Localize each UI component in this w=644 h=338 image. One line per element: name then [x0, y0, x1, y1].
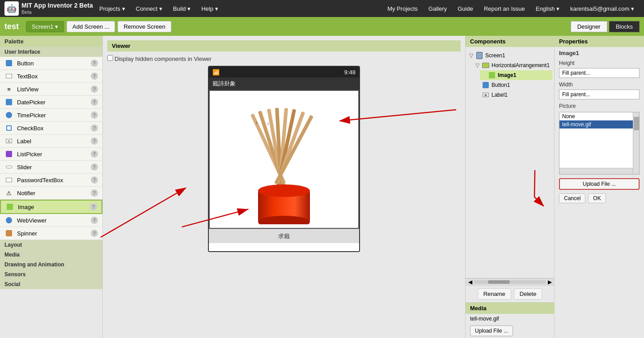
- label1-label: Label1: [491, 92, 508, 98]
- picture-scrollthumb-v[interactable]: [634, 117, 639, 130]
- palette-item-notifier-label: Notifier: [17, 190, 91, 197]
- height-label: Height: [555, 59, 644, 67]
- nav-build[interactable]: Build ▾: [168, 0, 196, 17]
- spinner-help[interactable]: ?: [91, 230, 98, 237]
- listview-icon: ≡: [4, 85, 13, 94]
- remove-screen-button[interactable]: Remove Screen: [118, 21, 171, 32]
- logo-text: MIT App Inventor 2 Beta Beta: [21, 2, 93, 15]
- datepicker-help[interactable]: ?: [91, 98, 98, 106]
- comp-item-image1[interactable]: Image1: [480, 70, 552, 80]
- height-input[interactable]: [559, 68, 640, 78]
- image1-icon: [488, 71, 496, 79]
- picture-listbox[interactable]: None tell-move.gif: [559, 112, 640, 175]
- slider-help[interactable]: ?: [91, 163, 98, 171]
- button1-label: Button1: [491, 82, 510, 88]
- nav-user[interactable]: karentsai5@gmail.com ▾: [565, 0, 640, 17]
- palette-item-textbox-label: TextBox: [17, 73, 91, 80]
- add-screen-button[interactable]: Add Screen ...: [67, 21, 115, 32]
- comp-item-label1[interactable]: A Label1: [474, 90, 552, 100]
- checkbox-help[interactable]: ?: [91, 124, 98, 132]
- section-layout[interactable]: Layout: [0, 240, 102, 250]
- delete-button[interactable]: Delete: [514, 288, 542, 299]
- palette-item-webviewer[interactable]: WebViewer ?: [0, 214, 102, 227]
- section-sensors[interactable]: Sensors: [0, 270, 102, 279]
- properties-panel: Properties Image1 Height Width Picture N…: [555, 36, 644, 338]
- blocks-button[interactable]: Blocks: [609, 21, 640, 32]
- palette-item-webviewer-label: WebViewer: [17, 217, 91, 224]
- passwordtextbox-help[interactable]: ?: [91, 176, 98, 184]
- palette-item-image[interactable]: Image ?: [0, 200, 102, 214]
- nav-report-issue[interactable]: Report an Issue: [479, 0, 530, 17]
- nav-connect[interactable]: Connect ▾: [131, 0, 168, 17]
- phone-content: 求籤: [209, 90, 359, 251]
- nav-help[interactable]: Help ▾: [196, 0, 223, 17]
- picture-scrollbar-v[interactable]: [633, 112, 639, 174]
- palette-item-textbox[interactable]: TextBox ?: [0, 70, 102, 83]
- section-drawing-animation[interactable]: Drawing and Animation: [0, 260, 102, 270]
- palette-item-datepicker[interactable]: DatePicker ?: [0, 96, 102, 109]
- image-help[interactable]: ?: [90, 203, 97, 210]
- palette-item-listview[interactable]: ≡ ListView ?: [0, 83, 102, 96]
- palette-item-label-label: Label: [17, 138, 91, 145]
- textbox-help[interactable]: ?: [91, 73, 98, 80]
- width-input[interactable]: [559, 90, 640, 99]
- label-help[interactable]: ?: [91, 137, 98, 145]
- listpicker-help[interactable]: ?: [91, 150, 98, 158]
- media-upload-button[interactable]: Upload File ...: [470, 325, 513, 336]
- picture-option-tellmovegif[interactable]: tell-move.gif: [559, 120, 639, 128]
- palette-item-slider[interactable]: Slider ?: [0, 161, 102, 174]
- palette-item-button[interactable]: Button ?: [0, 57, 102, 70]
- app-subtitle: Beta: [21, 9, 93, 15]
- picture-option-none[interactable]: None: [559, 112, 639, 120]
- palette-item-listpicker-label: ListPicker: [17, 151, 91, 158]
- button-help[interactable]: ?: [91, 60, 98, 67]
- palette-item-listpicker[interactable]: ListPicker ?: [0, 148, 102, 161]
- palette-item-button-label: Button: [17, 60, 91, 67]
- screen1-button[interactable]: Screen1 ▾: [26, 21, 64, 32]
- scroll-thumb[interactable]: [488, 280, 510, 284]
- picture-scrollbar-h[interactable]: [559, 168, 633, 174]
- listpicker-icon: [4, 150, 13, 158]
- picture-label: Picture: [555, 102, 644, 110]
- designer-button[interactable]: Designer: [571, 21, 607, 32]
- webviewer-help[interactable]: ?: [91, 217, 98, 224]
- nav-gallery[interactable]: Gallery: [423, 0, 452, 17]
- scroll-right[interactable]: ▶: [546, 279, 553, 285]
- palette-item-label[interactable]: A Label ?: [0, 135, 102, 148]
- palette-item-timepicker[interactable]: TimePicker ?: [0, 109, 102, 122]
- upload-file-button[interactable]: Upload File ...: [559, 178, 640, 190]
- comp-item-hararrange1[interactable]: ▽ HorizontalArrangement1: [474, 60, 552, 70]
- phone-frame: 📶 9:48 籤詩卦象: [208, 66, 360, 252]
- nav-language[interactable]: English ▾: [530, 0, 565, 17]
- hararrange1-toggle[interactable]: ▽: [475, 62, 482, 68]
- notifier-help[interactable]: ?: [91, 189, 98, 197]
- image-icon: [5, 202, 14, 211]
- screen1-toggle[interactable]: ▽: [469, 52, 475, 59]
- rename-button[interactable]: Rename: [478, 288, 511, 299]
- notifier-icon: ⚠: [4, 188, 13, 197]
- scroll-left[interactable]: ◀: [466, 279, 474, 285]
- comp-item-button1[interactable]: Button1: [474, 80, 552, 90]
- ok-button[interactable]: OK: [588, 193, 606, 203]
- nav-guide[interactable]: Guide: [452, 0, 479, 17]
- palette-item-passwordtextbox[interactable]: PasswordTextBox ?: [0, 174, 102, 187]
- timepicker-help[interactable]: ?: [91, 111, 98, 119]
- comp-item-screen1[interactable]: ▽ Screen1: [467, 51, 552, 60]
- palette-item-datepicker-label: DatePicker: [17, 99, 91, 106]
- components-scrollbar[interactable]: ◀ ▶: [466, 278, 554, 285]
- section-user-interface[interactable]: User Interface: [0, 47, 102, 57]
- phone-app-title: 籤詩卦象: [212, 80, 236, 88]
- viewer-checkbox-area[interactable]: Display hidden components in Viewer: [107, 55, 212, 62]
- phone-button[interactable]: 求籤: [209, 229, 359, 243]
- palette-item-checkbox[interactable]: CheckBox ?: [0, 122, 102, 135]
- nav-projects[interactable]: Projects ▾: [94, 0, 131, 17]
- nav-my-projects[interactable]: My Projects: [382, 0, 423, 17]
- button1-icon: [482, 81, 490, 89]
- cancel-button[interactable]: Cancel: [559, 193, 585, 203]
- palette-item-notifier[interactable]: ⚠ Notifier ?: [0, 187, 102, 200]
- section-social[interactable]: Social: [0, 279, 102, 289]
- listview-help[interactable]: ?: [91, 86, 98, 93]
- palette-item-spinner[interactable]: Spinner ?: [0, 227, 102, 240]
- display-hidden-checkbox[interactable]: [107, 55, 113, 61]
- section-media[interactable]: Media: [0, 250, 102, 260]
